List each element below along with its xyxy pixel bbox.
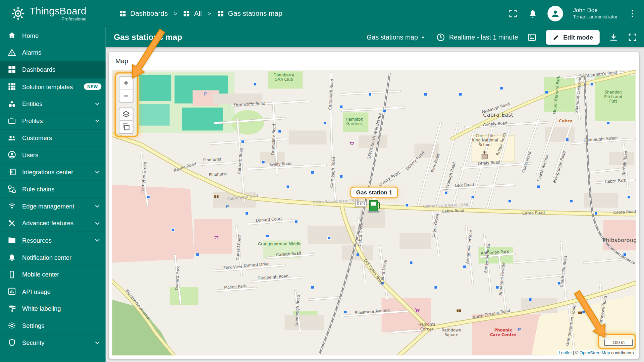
map-entity-marker[interactable]	[459, 93, 462, 96]
leaflet-link[interactable]: Leaflet	[559, 350, 572, 355]
sidebar-item-alarms[interactable]: Alarms	[0, 44, 106, 61]
map-label: Hamilton	[345, 117, 363, 122]
dashboard-select[interactable]: Gas stations map	[367, 34, 427, 41]
fullscreen-icon[interactable]	[508, 8, 518, 18]
breadcrumb-current[interactable]: Gas stations map	[217, 9, 282, 17]
zoom-in-button[interactable]: +	[119, 77, 132, 89]
map-entity-marker[interactable]	[295, 220, 298, 223]
sidebar-item-label: Advanced features	[22, 220, 73, 227]
map-entity-marker[interactable]	[262, 161, 265, 164]
edge-icon	[7, 202, 16, 211]
map-entity-marker[interactable]	[406, 204, 409, 207]
marker-tooltip[interactable]: Gas station 1	[351, 187, 398, 198]
map-entity-marker[interactable]	[424, 93, 427, 96]
map-label: Leix Road	[455, 182, 474, 188]
map-entity-marker[interactable]	[410, 261, 413, 264]
map-entity-marker[interactable]	[463, 265, 466, 268]
map-entity-marker[interactable]	[566, 138, 569, 141]
map-entity-marker[interactable]	[500, 87, 503, 90]
zoom-out-button[interactable]: −	[119, 89, 132, 102]
sidebar-item-resources[interactable]: Resources	[0, 232, 106, 249]
osm-link[interactable]: OpenStreetMap	[580, 350, 610, 355]
user-info[interactable]: John Doe Tenant administrator	[573, 7, 618, 20]
layers-button[interactable]	[119, 108, 132, 121]
map-entity-marker[interactable]	[607, 122, 610, 125]
map-entity-marker[interactable]	[196, 253, 199, 256]
map-entity-marker[interactable]	[545, 91, 548, 94]
map-entity-marker[interactable]	[340, 175, 343, 178]
map-entity-marker[interactable]	[311, 286, 314, 289]
map-entity-marker[interactable]	[254, 83, 257, 86]
map-label: Carnlough Road	[327, 79, 334, 110]
map-entity-marker[interactable]	[582, 310, 585, 313]
breadcrumb-all[interactable]: All	[183, 9, 202, 17]
map-entity-marker[interactable]	[323, 122, 326, 125]
map-entity-marker[interactable]	[627, 195, 630, 198]
chevron-down-icon	[93, 202, 101, 210]
timewindow-button[interactable]: Realtime - last 1 minute	[436, 32, 518, 42]
download-icon[interactable]	[609, 32, 619, 42]
map-entity-marker[interactable]	[328, 237, 331, 240]
map-entity-marker[interactable]	[471, 195, 474, 198]
widget-fullscreen-icon[interactable]	[625, 57, 633, 65]
map-label: Cabra Drive	[379, 260, 388, 284]
map-container[interactable]: P P P	[112, 70, 636, 355]
map-entity-marker[interactable]	[570, 200, 573, 203]
sidebar-item-white-labeling[interactable]: White labeling	[0, 300, 106, 317]
sidebar-item-mobile-center[interactable]: Mobile center	[0, 266, 106, 283]
overlays-button[interactable]	[119, 121, 132, 133]
map-entity-marker[interactable]	[623, 253, 626, 256]
sidebar-item-label: Customers	[22, 134, 52, 141]
map-label: Phibsborough	[602, 237, 636, 243]
image-gallery-icon[interactable]	[527, 32, 537, 42]
map-entity-marker[interactable]	[369, 93, 372, 96]
map-entity-marker[interactable]	[266, 235, 269, 238]
map-label: Cabra Grove	[431, 213, 439, 238]
sidebar-item-notification-center[interactable]: Notification center	[0, 249, 106, 266]
edit-mode-button[interactable]: Edit mode	[546, 30, 600, 45]
sidebar-item-api-usage[interactable]: API usage	[0, 283, 106, 300]
map-entity-marker[interactable]	[383, 109, 386, 112]
sidebar-item-security[interactable]: Security	[0, 335, 106, 352]
sidebar-item-home[interactable]: Home	[0, 27, 106, 44]
sidebar-item-integrations-center[interactable]: Integrations center	[0, 164, 106, 181]
sidebar-item-customers[interactable]: Customers	[0, 129, 106, 146]
map-entity-marker[interactable]	[147, 195, 150, 198]
sidebar-item-users[interactable]: Users	[0, 146, 106, 164]
sidebar-item-settings[interactable]: Settings	[0, 317, 106, 335]
map-entity-marker[interactable]	[434, 286, 437, 289]
sidebar-item-advanced-features[interactable]: Advanced features	[0, 215, 106, 232]
map-entity-marker[interactable]	[246, 212, 249, 215]
breadcrumb-label: Dashboards	[130, 9, 168, 17]
map-entity-marker[interactable]	[594, 212, 597, 215]
map-entity-marker[interactable]	[344, 310, 347, 313]
entities-icon	[7, 99, 16, 108]
map-entity-marker[interactable]	[311, 171, 314, 174]
sidebar: HomeAlarmsDashboardsSolution templatesNE…	[0, 27, 106, 362]
map-entity-marker[interactable]	[356, 253, 359, 256]
sidebar-item-dashboards[interactable]: Dashboards	[0, 61, 106, 78]
sidebar-item-rule-chains[interactable]: Rule chains	[0, 181, 106, 198]
more-menu-icon[interactable]	[628, 8, 637, 18]
map-entity-marker[interactable]	[171, 228, 174, 231]
map-entity-marker[interactable]	[278, 130, 281, 133]
map-entity-marker[interactable]	[508, 200, 511, 203]
map-canvas[interactable]: P P P	[112, 70, 636, 355]
map-entity-marker[interactable]	[529, 298, 532, 301]
avatar[interactable]	[548, 6, 564, 21]
gas-station-marker[interactable]	[368, 200, 380, 213]
chevron-down-icon	[93, 339, 101, 347]
notifications-bell-icon[interactable]	[528, 8, 538, 18]
dashboard-fullscreen-icon[interactable]	[628, 32, 637, 42]
map-entity-marker[interactable]	[590, 83, 593, 86]
sidebar-item-entities[interactable]: Entities	[0, 96, 106, 113]
map-entity-marker[interactable]	[340, 105, 343, 108]
sidebar-item-profiles[interactable]: Profiles	[0, 112, 106, 129]
map-entity-marker[interactable]	[241, 140, 244, 143]
sidebar-item-edge-management[interactable]: Edge management	[0, 198, 106, 215]
sidebar-item-solution-templates[interactable]: Solution templatesNEW	[0, 78, 106, 96]
map-entity-marker[interactable]	[537, 185, 540, 188]
map-entity-marker[interactable]	[286, 185, 289, 188]
breadcrumb-dashboards[interactable]: Dashboards	[119, 9, 168, 17]
sidebar-item-label: Alarms	[22, 49, 41, 56]
